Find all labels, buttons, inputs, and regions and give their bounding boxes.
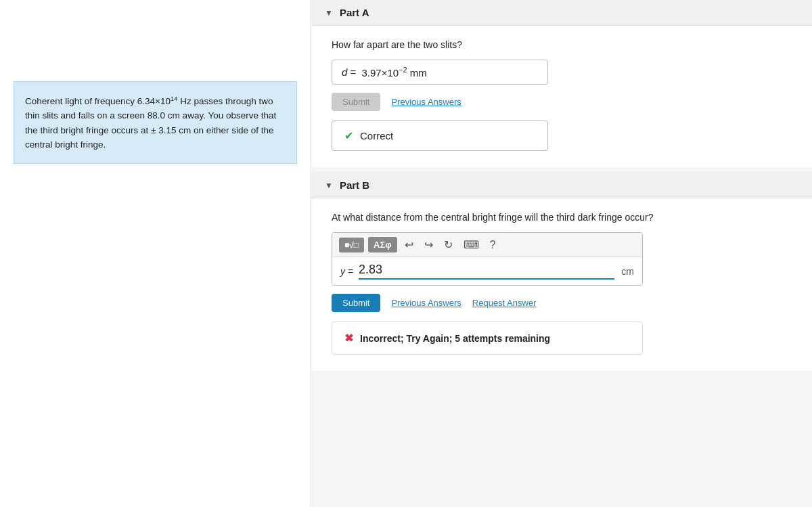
- toolbar-greek-button[interactable]: AΣφ: [368, 237, 397, 252]
- part-b-title: Part B: [340, 179, 369, 191]
- part-a-title: Part A: [340, 7, 369, 18]
- toolbar-undo-button[interactable]: ↩: [401, 237, 417, 252]
- toolbar-help-button[interactable]: ?: [487, 238, 499, 252]
- part-b-content: At what distance from the central bright…: [311, 198, 812, 371]
- part-a-correct-label: Correct: [360, 130, 393, 141]
- part-b-input-field[interactable]: [359, 263, 614, 280]
- part-a-answer-label: d =: [342, 66, 359, 78]
- part-a-answer-value: 3.97×10−2 mm: [361, 66, 426, 79]
- part-b-math-input-container: ■√□ AΣφ ↩ ↪ ↻ ⌨ ? y = cm: [332, 232, 643, 286]
- checkmark-icon: ✔: [344, 129, 353, 142]
- part-a-answer-box: d = 3.97×10−2 mm: [332, 60, 548, 85]
- right-panel: ▼ Part A How far apart are the two slits…: [311, 0, 812, 507]
- toolbar-keyboard-button[interactable]: ⌨: [460, 237, 482, 252]
- part-a-section: ▼ Part A How far apart are the two slits…: [311, 0, 812, 167]
- part-b-header: ▼ Part B: [311, 173, 812, 198]
- part-b-input-label: y =: [340, 266, 353, 277]
- toolbar-redo-button[interactable]: ↪: [421, 237, 436, 252]
- part-a-correct-box: ✔ Correct: [332, 120, 548, 151]
- part-b-submit-row: Submit Previous Answers Request Answer: [332, 294, 792, 312]
- part-b-incorrect-label: Incorrect; Try Again; 5 attempts remaini…: [360, 333, 550, 344]
- part-a-header: ▼ Part A: [311, 0, 812, 26]
- part-b-incorrect-box: ✖ Incorrect; Try Again; 5 attempts remai…: [332, 322, 643, 355]
- part-a-submit-row: Submit Previous Answers: [332, 93, 792, 111]
- part-a-question: How far apart are the two slits?: [332, 39, 792, 50]
- part-b-chevron-icon: ▼: [325, 181, 333, 190]
- part-b-question: At what distance from the central bright…: [332, 212, 792, 223]
- problem-text: Coherent light of frequency 6.34×1014 Hz…: [25, 96, 276, 150]
- part-b-request-answer-link[interactable]: Request Answer: [472, 298, 537, 308]
- part-b-submit-button[interactable]: Submit: [332, 294, 380, 312]
- part-b-section: ▼ Part B At what distance from the centr…: [311, 173, 812, 371]
- part-a-previous-answers-link[interactable]: Previous Answers: [391, 97, 461, 107]
- part-b-math-toolbar: ■√□ AΣφ ↩ ↪ ↻ ⌨ ?: [332, 233, 642, 257]
- part-a-submit-button[interactable]: Submit: [332, 93, 380, 111]
- x-icon: ✖: [344, 332, 353, 345]
- part-a-content: How far apart are the two slits? d = 3.9…: [311, 26, 812, 167]
- part-a-chevron-icon: ▼: [325, 8, 333, 18]
- problem-box: Coherent light of frequency 6.34×1014 Hz…: [14, 81, 297, 164]
- toolbar-refresh-button[interactable]: ↻: [441, 237, 456, 252]
- left-panel: Coherent light of frequency 6.34×1014 Hz…: [0, 0, 311, 507]
- part-b-previous-answers-link[interactable]: Previous Answers: [391, 298, 461, 308]
- toolbar-sqrt-button[interactable]: ■√□: [339, 238, 364, 252]
- part-b-input-unit: cm: [621, 266, 634, 277]
- part-b-input-row: y = cm: [332, 257, 642, 285]
